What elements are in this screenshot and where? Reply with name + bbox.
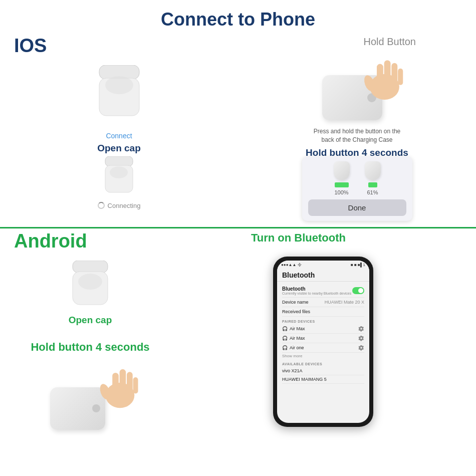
svg-rect-5 bbox=[377, 64, 383, 86]
android-hand-press bbox=[40, 359, 140, 434]
ios-right-step: Press and hold the button on the back of… bbox=[250, 50, 464, 158]
ios-section: IOS Hold Button Connect Ope bbox=[0, 35, 476, 228]
battery-fill-right bbox=[368, 182, 377, 187]
paired-device-1[interactable]: 🎧 Air Max bbox=[282, 324, 364, 334]
available-devices-section: AVAILABLE DEVICES vivo X21A HUAWEI MAIMA… bbox=[277, 360, 369, 385]
bt-toggle[interactable] bbox=[352, 287, 364, 294]
hand-press-area bbox=[307, 50, 407, 125]
phone-mockup: ●●●▲▲ 令 ■ ■ ■▌1 Bluetooth Bluetooth Curr… bbox=[273, 257, 373, 427]
bt-sublabel: Currently visible to nearby Bluetooth de… bbox=[282, 292, 351, 295]
device-name-1: 🎧 Air Max bbox=[282, 326, 305, 331]
press-description: Press and hold the button on the back of… bbox=[314, 127, 400, 144]
connect-label: Connect bbox=[106, 132, 132, 140]
ios-bottom-right: 100% 61% Done bbox=[250, 156, 464, 221]
status-icons: ■ ■ ■▌1 bbox=[351, 263, 365, 267]
svg-rect-8 bbox=[398, 69, 403, 85]
available-device-1-label: vivo X21A bbox=[282, 368, 303, 373]
main-title: Connect to Phone bbox=[0, 0, 476, 35]
battery-pct-right: 61% bbox=[367, 189, 378, 195]
paired-device-3[interactable]: 🎧 Air one bbox=[282, 343, 364, 353]
android-right: ●●●▲▲ 令 ■ ■ ■▌1 Bluetooth Bluetooth Curr… bbox=[170, 257, 476, 434]
done-button[interactable]: Done bbox=[308, 199, 406, 216]
phone-header: Bluetooth bbox=[277, 269, 369, 282]
svg-point-11 bbox=[110, 166, 128, 178]
device-3-label: Air one bbox=[290, 345, 304, 350]
earbuds-case-icon-left bbox=[334, 161, 350, 180]
ios-label: IOS bbox=[14, 35, 47, 57]
svg-rect-20 bbox=[133, 377, 138, 393]
android-earbuds-open-svg bbox=[70, 261, 110, 311]
bt-label: Bluetooth bbox=[282, 286, 351, 292]
earbuds-case-open-svg bbox=[97, 65, 142, 123]
svg-rect-7 bbox=[391, 63, 397, 84]
battery-bar-right bbox=[368, 182, 377, 187]
gear-icon-2 bbox=[358, 335, 364, 341]
battery-fill-left bbox=[335, 182, 349, 187]
headphone-icon-3: 🎧 bbox=[282, 345, 288, 350]
svg-point-14 bbox=[78, 274, 102, 290]
received-files-item[interactable]: Received files bbox=[282, 307, 364, 317]
headphone-icon-2: 🎧 bbox=[282, 336, 288, 341]
available-device-2-label: HUAWEI MAIMANG 5 bbox=[282, 377, 327, 382]
device-name-3: 🎧 Air one bbox=[282, 345, 304, 350]
device-name-item[interactable]: Device name HUAWEI Mate 20 X bbox=[282, 298, 364, 307]
show-more[interactable]: Show more bbox=[282, 353, 364, 359]
paired-title: PAIRED DEVICES bbox=[282, 320, 364, 323]
svg-rect-6 bbox=[384, 60, 390, 84]
ios-bottom-left: Connecting bbox=[12, 156, 226, 209]
hold-button-label: Hold Button bbox=[363, 36, 416, 48]
bt-section: Bluetooth Currently visible to nearby Bl… bbox=[277, 282, 369, 318]
phone-screen: ●●●▲▲ 令 ■ ■ ■▌1 Bluetooth Bluetooth Curr… bbox=[277, 261, 369, 423]
earbuds-case-small-svg bbox=[103, 156, 135, 199]
ios-bottom-row: Connecting 100% bbox=[0, 156, 476, 221]
battery-row: 100% 61% bbox=[308, 161, 406, 195]
gear-icon-3 bbox=[358, 345, 364, 351]
battery-bar-left bbox=[335, 182, 349, 187]
battery-item-right: 61% bbox=[365, 161, 381, 195]
received-files-label: Received files bbox=[282, 309, 310, 314]
svg-rect-9 bbox=[105, 156, 133, 166]
available-device-1[interactable]: vivo X21A bbox=[282, 367, 364, 375]
gear-icon-1 bbox=[358, 326, 364, 332]
ios-left-step: Connect Open cap bbox=[12, 50, 226, 154]
device-1-label: Air Max bbox=[290, 326, 305, 331]
hand-press-svg bbox=[357, 50, 407, 105]
ios-done-screen: 100% 61% Done bbox=[302, 156, 412, 221]
earbuds-case-icon-right bbox=[365, 161, 381, 180]
android-hand-svg bbox=[95, 359, 140, 414]
battery-pct-left: 100% bbox=[334, 189, 348, 195]
android-hold-label: Hold button 4 seconds bbox=[31, 341, 149, 354]
battery-item-left: 100% bbox=[334, 161, 350, 195]
android-content: Open cap Hold button 4 seconds bbox=[0, 232, 476, 434]
open-cap-label: Open cap bbox=[97, 143, 141, 154]
android-left: Open cap Hold button 4 seconds bbox=[10, 257, 170, 434]
android-section: Android Turn on Bluetooth Open cap Hold … bbox=[0, 228, 476, 434]
phone-status-bar: ●●●▲▲ 令 ■ ■ ■▌1 bbox=[277, 261, 369, 269]
spinner-icon bbox=[98, 202, 105, 209]
android-label: Android bbox=[14, 230, 87, 252]
status-time: ●●●▲▲ 令 bbox=[281, 262, 302, 268]
svg-rect-18 bbox=[120, 369, 126, 392]
svg-point-2 bbox=[105, 76, 133, 94]
device-name-label: Device name bbox=[282, 300, 309, 305]
bt-item: Bluetooth Currently visible to nearby Bl… bbox=[282, 284, 364, 298]
headphone-icon-1: 🎧 bbox=[282, 326, 288, 331]
available-title: AVAILABLE DEVICES bbox=[282, 362, 364, 366]
svg-rect-12 bbox=[73, 261, 108, 273]
turn-on-bt-label: Turn on Bluetooth bbox=[251, 231, 346, 245]
paired-device-2[interactable]: 🎧 Air Max bbox=[282, 334, 364, 343]
paired-devices-section: PAIRED DEVICES 🎧 Air Max 🎧 bbox=[277, 318, 369, 360]
page-container: Connect to Phone IOS Hold Button bbox=[0, 0, 476, 476]
device-name-2: 🎧 Air Max bbox=[282, 336, 305, 341]
bt-info: Bluetooth Currently visible to nearby Bl… bbox=[282, 286, 351, 295]
device-2-label: Air Max bbox=[290, 336, 305, 341]
ios-top-row: Connect Open cap bbox=[0, 35, 476, 158]
device-name-value: HUAWEI Mate 20 X bbox=[325, 300, 364, 305]
svg-rect-17 bbox=[112, 373, 119, 394]
android-open-cap-label: Open cap bbox=[69, 315, 112, 326]
available-device-2[interactable]: HUAWEI MAIMANG 5 bbox=[282, 375, 364, 384]
svg-rect-19 bbox=[127, 372, 133, 392]
connecting-label: Connecting bbox=[98, 202, 141, 209]
